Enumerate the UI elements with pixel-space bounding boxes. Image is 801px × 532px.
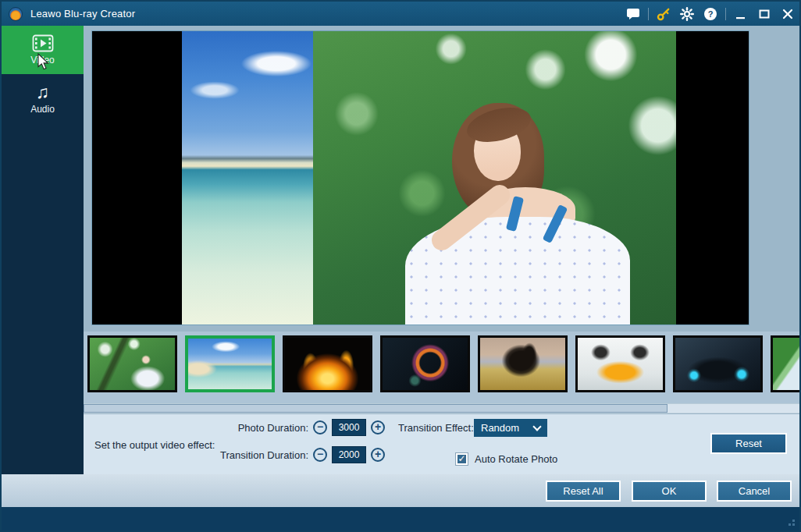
output-effect-panel: Set the output video effect: Photo Durat…	[84, 413, 799, 474]
feedback-button[interactable]	[621, 2, 645, 26]
photo-duration-label: Photo Duration:	[129, 422, 308, 434]
transition-effect-label: Transition Effect:	[398, 422, 474, 434]
transition-effect-value: Random	[481, 422, 519, 434]
help-button[interactable]: ?	[699, 2, 722, 26]
preview-area	[84, 26, 799, 332]
chevron-down-icon	[532, 422, 541, 431]
minimize-icon	[735, 9, 746, 20]
maximize-button[interactable]	[753, 2, 776, 26]
close-icon	[782, 9, 793, 20]
register-key-icon	[657, 7, 671, 21]
transition-duration-decrease-button[interactable]: −	[313, 448, 327, 462]
maximize-icon	[759, 9, 770, 20]
thumbnail-lake-and-grass[interactable]	[771, 335, 799, 392]
settings-button[interactable]	[675, 2, 699, 26]
app-window: Leawo Blu-ray Creator	[0, 0, 801, 532]
video-film-icon	[32, 34, 54, 52]
sidebar-item-video-label: Video	[30, 55, 54, 66]
minimize-button[interactable]	[729, 2, 753, 26]
close-button[interactable]	[776, 2, 799, 26]
feedback-bubble-icon	[626, 8, 640, 20]
auto-rotate-checkbox[interactable]: ✓	[455, 452, 468, 466]
titlebar-separator	[648, 8, 649, 20]
window-title: Leawo Blu-ray Creator	[30, 8, 135, 20]
thumbnail-blue-neon-supercar[interactable]	[673, 335, 763, 392]
bottom-bar: Reset All OK Cancel	[2, 474, 799, 507]
sidebar-item-video[interactable]: Video	[2, 26, 84, 74]
thumbnail-girl-portrait-in-trees[interactable]	[87, 335, 177, 392]
photo-duration-increase-button[interactable]: +	[371, 420, 385, 434]
resize-grip[interactable]	[792, 523, 795, 526]
footer-statusbar	[2, 507, 799, 530]
auto-rotate-label: Auto Rotate Photo	[475, 453, 557, 465]
preview-slide-beach	[182, 31, 313, 325]
sidebar-item-audio-label: Audio	[30, 104, 55, 115]
transition-effect-dropdown[interactable]: Random	[474, 419, 547, 437]
thumbnail-fire-flames[interactable]	[283, 335, 372, 392]
photo-duration-decrease-button[interactable]: −	[313, 420, 327, 434]
app-logo-icon	[9, 7, 23, 21]
thumbnail-black-horse[interactable]	[478, 335, 568, 392]
thumbnail-orange-supercar[interactable]	[575, 335, 665, 392]
titlebar-separator	[725, 8, 726, 20]
thumbnail-scrollbar-track	[84, 403, 799, 413]
titlebar: Leawo Blu-ray Creator	[2, 2, 799, 26]
cancel-button[interactable]: Cancel	[717, 481, 792, 502]
reset-button[interactable]: Reset	[710, 433, 787, 454]
svg-text:?: ?	[708, 9, 714, 19]
register-button[interactable]	[652, 2, 675, 26]
transition-duration-label: Transition Duration:	[129, 449, 308, 461]
ok-button[interactable]: OK	[632, 481, 707, 502]
sidebar: Video ♫ Audio	[2, 26, 84, 474]
music-note-icon: ♫	[36, 83, 49, 101]
help-icon: ?	[703, 7, 717, 21]
preview-letterbox	[91, 30, 749, 325]
preview-slide-girl	[313, 31, 676, 325]
thumbnail-light-painting-heart[interactable]	[380, 335, 470, 392]
transition-duration-input[interactable]	[332, 446, 366, 463]
reset-all-button[interactable]: Reset All	[546, 481, 621, 502]
settings-gear-icon	[680, 7, 694, 21]
sidebar-item-audio[interactable]: ♫ Audio	[2, 74, 84, 122]
photo-duration-input[interactable]	[332, 419, 366, 436]
thumbnail-beach-lagoon[interactable]	[185, 335, 275, 392]
thumbnail-strip	[84, 332, 799, 403]
thumbnail-scrollbar-thumb[interactable]	[84, 404, 668, 413]
transition-duration-increase-button[interactable]: +	[371, 448, 385, 462]
